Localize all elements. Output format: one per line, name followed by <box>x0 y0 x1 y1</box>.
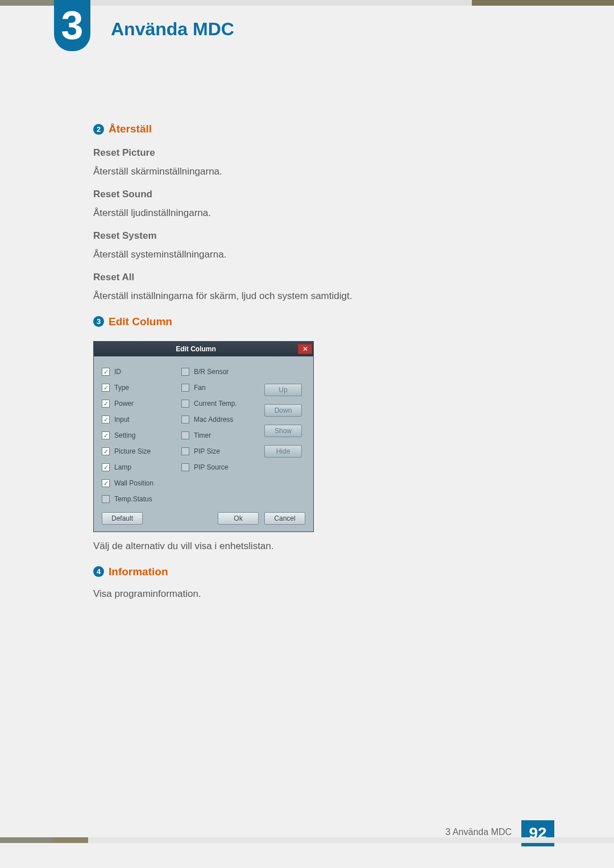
checkbox[interactable]: ✓ <box>102 384 110 392</box>
checkbox-label: Fan <box>194 383 206 393</box>
checkbox[interactable]: ✓ <box>102 368 110 376</box>
section-4-title: Information <box>109 564 168 580</box>
checkbox[interactable]: ✓ <box>102 447 110 455</box>
checkbox-row: ✓Lamp <box>102 462 176 472</box>
checkbox-label: Picture Size <box>114 446 151 456</box>
checkbox-label: Setting <box>114 430 135 441</box>
default-button[interactable]: Default <box>102 512 143 525</box>
dialog-title: Edit Column <box>94 344 298 354</box>
checkbox-row: ✓PIP Source <box>181 462 255 472</box>
chapter-badge: 3 <box>54 0 90 51</box>
checkbox-row: ✓Setting <box>102 430 176 441</box>
checkbox-label: Lamp <box>114 462 131 472</box>
checkbox-row: ✓PIP Size <box>181 446 255 456</box>
checkbox[interactable]: ✓ <box>181 416 189 423</box>
checkbox-label: PIP Size <box>194 446 220 456</box>
checkbox[interactable]: ✓ <box>102 463 110 471</box>
checkbox-row: ✓Wall Position <box>102 478 176 488</box>
section-2-heading: 2 Återställ <box>93 121 503 138</box>
checkbox-row: ✓Power <box>102 398 176 409</box>
option-text: Återställ systeminställningarna. <box>93 247 503 262</box>
badge-3: 3 <box>93 316 104 327</box>
checkbox[interactable]: ✓ <box>102 400 110 408</box>
checkbox-row: ✓Picture Size <box>102 446 176 456</box>
chapter-title: Använda MDC <box>111 19 234 40</box>
up-button[interactable]: Up <box>264 384 302 396</box>
checkbox-label: Power <box>114 398 134 409</box>
checkbox[interactable]: ✓ <box>181 447 189 455</box>
option-text: Återställ ljudinställningarna. <box>93 206 503 221</box>
checkbox-row: ✓Current Temp. <box>181 398 255 409</box>
checkbox[interactable]: ✓ <box>181 400 189 408</box>
edit-column-dialog-wrap: Edit Column ✕ ✓ID✓Type✓Power✓Input✓Setti… <box>93 341 503 532</box>
section-4-heading: 4 Information <box>93 564 503 580</box>
checkbox-label: Wall Position <box>114 478 154 488</box>
checkbox-label: ID <box>114 367 121 377</box>
checkbox-label: Input <box>114 414 130 425</box>
checkbox-label: Mac Address <box>194 414 233 425</box>
content-area: 2 Återställ Reset PictureÅterställ skärm… <box>93 111 503 606</box>
option-text: Återställ skärminställningarna. <box>93 164 503 179</box>
checkbox-label: Type <box>114 383 129 393</box>
hide-button[interactable]: Hide <box>264 445 302 458</box>
edit-column-dialog: Edit Column ✕ ✓ID✓Type✓Power✓Input✓Setti… <box>93 341 314 532</box>
ok-button[interactable]: Ok <box>218 512 259 525</box>
top-ribbon <box>0 0 614 6</box>
section-4-text: Visa programinformation. <box>93 587 503 601</box>
footer-ribbon <box>0 837 614 843</box>
column-list-right: ✓B/R Sensor✓Fan✓Current Temp.✓Mac Addres… <box>181 367 255 504</box>
checkbox[interactable]: ✓ <box>102 416 110 423</box>
show-button[interactable]: Show <box>264 425 302 437</box>
checkbox-label: Timer <box>194 430 211 441</box>
checkbox[interactable]: ✓ <box>102 495 110 503</box>
option-heading: Reset System <box>93 229 503 243</box>
section-3-text: Välj de alternativ du vill visa i enhets… <box>93 539 503 554</box>
option-heading: Reset Sound <box>93 187 503 202</box>
dialog-titlebar: Edit Column ✕ <box>94 342 313 356</box>
cancel-button[interactable]: Cancel <box>264 512 305 525</box>
checkbox-row: ✓Fan <box>181 383 255 393</box>
option-heading: Reset All <box>93 270 503 285</box>
column-side-buttons: UpDownShowHide <box>261 367 305 504</box>
checkbox-row: ✓B/R Sensor <box>181 367 255 377</box>
checkbox-row: ✓Type <box>102 383 176 393</box>
section-3-title: Edit Column <box>109 314 172 330</box>
option-heading: Reset Picture <box>93 146 503 160</box>
dialog-body: ✓ID✓Type✓Power✓Input✓Setting✓Picture Siz… <box>94 356 313 531</box>
checkbox-label: B/R Sensor <box>194 367 229 377</box>
checkbox[interactable]: ✓ <box>181 431 189 439</box>
checkbox-label: PIP Source <box>194 462 228 472</box>
checkbox[interactable]: ✓ <box>102 431 110 439</box>
checkbox[interactable]: ✓ <box>181 368 189 376</box>
footer-label: 3 Använda MDC <box>445 827 512 837</box>
close-icon[interactable]: ✕ <box>298 344 312 354</box>
column-list-left: ✓ID✓Type✓Power✓Input✓Setting✓Picture Siz… <box>102 367 176 504</box>
checkbox-row: ✓ID <box>102 367 176 377</box>
section-2-title: Återställ <box>109 121 152 138</box>
option-text: Återställ inställningarna för skärm, lju… <box>93 289 503 304</box>
chapter-number: 3 <box>61 3 84 48</box>
checkbox-label: Temp.Status <box>114 494 152 504</box>
badge-2: 2 <box>93 124 104 135</box>
down-button[interactable]: Down <box>264 404 302 417</box>
checkbox[interactable]: ✓ <box>181 384 189 392</box>
dialog-footer: Default Ok Cancel <box>102 504 305 526</box>
checkbox-row: ✓Timer <box>181 430 255 441</box>
badge-4: 4 <box>93 566 104 577</box>
checkbox-label: Current Temp. <box>194 398 237 409</box>
checkbox-row: ✓Mac Address <box>181 414 255 425</box>
checkbox-row: ✓Temp.Status <box>102 494 176 504</box>
checkbox-row: ✓Input <box>102 414 176 425</box>
checkbox[interactable]: ✓ <box>102 479 110 487</box>
checkbox[interactable]: ✓ <box>181 463 189 471</box>
section-3-heading: 3 Edit Column <box>93 314 503 330</box>
